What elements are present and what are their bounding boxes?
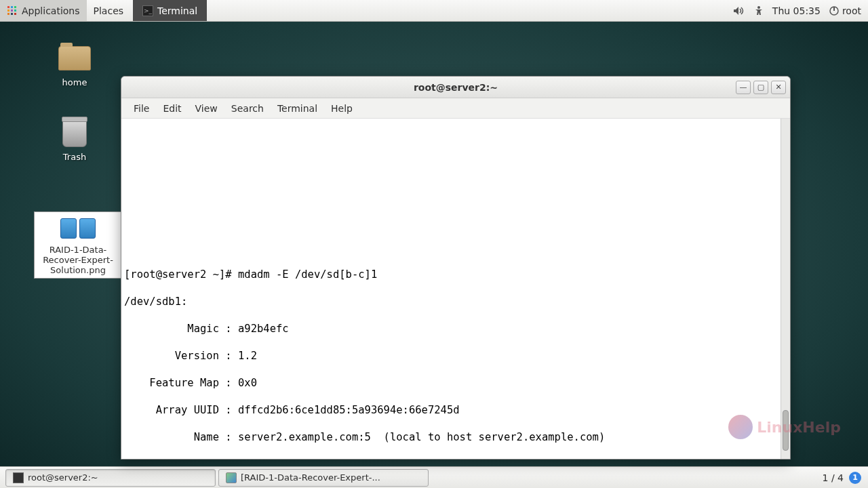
menu-help[interactable]: Help bbox=[324, 100, 359, 117]
top-panel: Applications Places >_ Terminal Thu 05:3… bbox=[0, 0, 868, 22]
svg-rect-3 bbox=[7, 9, 9, 12]
menu-search[interactable]: Search bbox=[224, 100, 271, 117]
terminal-line: Name : server2.example.com:5 (local to h… bbox=[124, 430, 787, 444]
svg-rect-4 bbox=[11, 9, 13, 12]
svg-rect-7 bbox=[11, 13, 13, 15]
page-indicator: 1 / 4 bbox=[823, 472, 844, 483]
svg-rect-0 bbox=[7, 6, 9, 8]
terminal-line: [root@server2 ~]# mdadm -E /dev/sd[b-c]1 bbox=[124, 268, 787, 281]
home-label: home bbox=[37, 77, 112, 87]
terminal-line: /dev/sdb1: bbox=[124, 295, 787, 308]
svg-point-9 bbox=[757, 6, 760, 9]
apps-grid-icon bbox=[7, 5, 18, 16]
taskbar-image-viewer[interactable]: [RAID-1-Data-Recover-Expert-... bbox=[218, 469, 429, 487]
terminal-line: Creation Time : Thu Nov 9 05:34:42 2017 bbox=[124, 458, 787, 459]
applications-label: Applications bbox=[22, 5, 80, 16]
user-menu[interactable]: root bbox=[829, 5, 861, 16]
clock[interactable]: Thu 05:35 bbox=[772, 5, 821, 16]
terminal-icon: >_ bbox=[142, 5, 153, 16]
places-label: Places bbox=[94, 5, 124, 16]
folder-icon bbox=[58, 46, 91, 70]
scrollbar[interactable] bbox=[781, 119, 790, 459]
svg-rect-8 bbox=[14, 13, 16, 15]
menu-file[interactable]: File bbox=[127, 100, 156, 117]
taskbar-terminal[interactable]: root@server2:~ bbox=[5, 469, 216, 487]
taskbar-image-label: [RAID-1-Data-Recover-Expert-... bbox=[241, 472, 380, 483]
terminal-line: Feature Map : 0x0 bbox=[124, 376, 787, 390]
power-icon bbox=[829, 5, 840, 16]
menu-bar: File Edit View Search Terminal Help bbox=[121, 98, 790, 119]
menu-view[interactable]: View bbox=[189, 100, 224, 117]
volume-icon[interactable] bbox=[733, 6, 745, 16]
close-button[interactable]: ✕ bbox=[771, 81, 786, 94]
svg-rect-6 bbox=[7, 13, 9, 15]
trash-label: Trash bbox=[37, 152, 112, 162]
trash-icon bbox=[62, 119, 87, 147]
terminal-line: Magic : a92b4efc bbox=[124, 322, 787, 336]
raid-image-file[interactable]: RAID-1-Data-Recover-Expert-Solution.png bbox=[34, 211, 122, 279]
image-icon bbox=[226, 472, 237, 483]
terminal-output[interactable]: [root@server2 ~]# mdadm -E /dev/sd[b-c]1… bbox=[121, 119, 790, 459]
menu-terminal[interactable]: Terminal bbox=[271, 100, 324, 117]
home-folder[interactable]: home bbox=[37, 42, 112, 87]
terminal-window: root@server2:~ — ▢ ✕ File Edit View Sear… bbox=[121, 76, 791, 460]
svg-rect-5 bbox=[14, 9, 16, 12]
taskbar-terminal-label: root@server2:~ bbox=[28, 472, 98, 483]
user-label: root bbox=[842, 5, 861, 16]
window-title: root@server2:~ bbox=[121, 82, 790, 93]
workspace-badge[interactable]: 1 bbox=[849, 472, 861, 484]
terminal-icon bbox=[13, 472, 24, 483]
window-titlebar[interactable]: root@server2:~ — ▢ ✕ bbox=[121, 77, 790, 98]
terminal-line: Array UUID : dffcd2b6:6ce1dd85:5a93694e:… bbox=[124, 403, 787, 417]
scrollbar-thumb[interactable] bbox=[783, 410, 789, 451]
raid-file-label: RAID-1-Data-Recover-Expert-Solution.png bbox=[37, 245, 119, 275]
maximize-button[interactable]: ▢ bbox=[753, 81, 768, 94]
image-file-icon bbox=[37, 215, 119, 242]
active-app-label: Terminal bbox=[157, 5, 197, 16]
svg-rect-2 bbox=[14, 6, 16, 8]
accessibility-icon[interactable] bbox=[753, 5, 764, 16]
menu-edit[interactable]: Edit bbox=[156, 100, 188, 117]
terminal-line: Version : 1.2 bbox=[124, 349, 787, 363]
bottom-panel: root@server2:~ [RAID-1-Data-Recover-Expe… bbox=[0, 466, 868, 488]
applications-menu[interactable]: Applications bbox=[0, 0, 87, 21]
desktop: home Trash RAID-1-Data-Recover-Expert-So… bbox=[0, 22, 868, 466]
places-menu[interactable]: Places bbox=[87, 0, 131, 21]
active-app-indicator[interactable]: >_ Terminal bbox=[133, 0, 207, 21]
minimize-button[interactable]: — bbox=[736, 81, 751, 94]
trash[interactable]: Trash bbox=[37, 117, 112, 162]
svg-rect-1 bbox=[11, 6, 13, 8]
